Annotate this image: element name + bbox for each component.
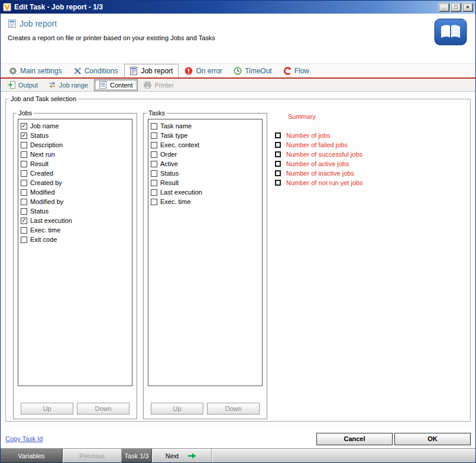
jobs-list-item[interactable]: Modified: [20, 187, 131, 197]
tab-job-report[interactable]: Job report: [124, 64, 179, 77]
page-title: Job report: [20, 19, 57, 28]
subtab-output[interactable]: Output: [3, 80, 42, 90]
jobs-list-item[interactable]: Created: [20, 169, 131, 178]
item-checkbox[interactable]: [21, 218, 27, 224]
jobs-list-item[interactable]: Job name: [20, 121, 131, 131]
item-checkbox[interactable]: [275, 170, 281, 176]
footer-buttons: Cancel OK: [316, 433, 471, 445]
jobs-list-item[interactable]: Status: [20, 206, 131, 216]
item-checkbox[interactable]: [151, 161, 157, 167]
clock-icon: [234, 67, 242, 75]
jobs-down-button[interactable]: Down: [77, 403, 129, 415]
item-checkbox[interactable]: [275, 161, 281, 167]
item-checkbox[interactable]: [21, 199, 27, 205]
minimize-button[interactable]: _: [439, 3, 449, 12]
jobs-list-item[interactable]: Next run: [20, 150, 131, 159]
tab-on-error[interactable]: On error: [180, 64, 228, 77]
item-checkbox[interactable]: [151, 180, 157, 186]
tasks-list-item[interactable]: Task name: [150, 121, 261, 131]
tasks-list[interactable]: Task name Task type Exec. context Order: [148, 119, 263, 386]
tab-timeout[interactable]: TimeOut: [229, 64, 277, 77]
cancel-button[interactable]: Cancel: [316, 433, 393, 445]
item-checkbox[interactable]: [275, 180, 281, 186]
item-checkbox[interactable]: [21, 151, 27, 158]
summary-item[interactable]: Number of inactive jobs: [275, 170, 429, 177]
item-checkbox[interactable]: [151, 199, 157, 205]
tasks-list-item[interactable]: Result: [150, 178, 261, 187]
tab-conditions[interactable]: Conditions: [69, 64, 124, 77]
tasks-list-item[interactable]: Last execution: [150, 187, 261, 197]
jobs-up-button[interactable]: Up: [21, 403, 73, 415]
jobs-list-item[interactable]: Modified by: [20, 197, 131, 206]
dialog-header: Job report Creates a report on file or p…: [1, 14, 475, 63]
jobs-list-item[interactable]: Status: [20, 131, 131, 140]
main-tab-bar: Main settings Conditions Job report On e…: [1, 63, 475, 79]
job-task-selection-title: Job and Task selection: [9, 95, 78, 102]
item-checkbox[interactable]: [21, 170, 27, 177]
item-checkbox[interactable]: [21, 227, 27, 234]
close-button[interactable]: ×: [462, 3, 473, 12]
item-checkbox[interactable]: [151, 142, 157, 148]
variables-button[interactable]: Variables: [1, 449, 63, 462]
item-checkbox[interactable]: [21, 123, 27, 129]
item-label: Number of successful jobs: [286, 151, 362, 158]
tab-label: Job report: [141, 67, 173, 75]
item-checkbox[interactable]: [21, 161, 27, 167]
output-icon: [7, 81, 15, 89]
tasks-group: Tasks Task name Task type Exec. context: [143, 109, 267, 419]
tasks-down-button[interactable]: Down: [207, 403, 260, 415]
next-button[interactable]: Next: [152, 449, 212, 462]
item-checkbox[interactable]: [21, 132, 27, 139]
item-checkbox[interactable]: [151, 123, 157, 129]
jobs-list-item[interactable]: Last execution: [20, 216, 131, 225]
summary-item[interactable]: Number of not run yet jobs: [275, 179, 429, 186]
tasks-list-item[interactable]: Active: [150, 159, 261, 169]
item-label: Number of failed jobs: [286, 141, 348, 148]
maximize-button[interactable]: □: [451, 3, 461, 12]
tasks-up-button[interactable]: Up: [151, 403, 203, 415]
item-checkbox[interactable]: [21, 189, 27, 196]
summary-item[interactable]: Number of active jobs: [275, 160, 429, 167]
item-checkbox[interactable]: [151, 189, 157, 196]
item-checkbox[interactable]: [151, 151, 157, 158]
jobs-list-item[interactable]: Description: [20, 140, 131, 150]
item-checkbox[interactable]: [275, 142, 281, 148]
item-checkbox[interactable]: [275, 132, 281, 138]
dialog-footer: Copy Task Id Cancel OK: [1, 429, 475, 448]
subtab-content[interactable]: Content: [94, 79, 138, 91]
content-area: Job and Task selection Jobs Job name Sta…: [1, 92, 475, 429]
summary-item[interactable]: Number of jobs: [275, 132, 429, 139]
tab-flow[interactable]: Flow: [279, 64, 315, 77]
item-checkbox[interactable]: [275, 151, 281, 157]
jobs-list-item[interactable]: Result: [20, 159, 131, 169]
item-label: Number of active jobs: [286, 160, 349, 167]
item-label: Job name: [30, 122, 59, 129]
item-checkbox[interactable]: [21, 237, 27, 243]
tasks-list-item[interactable]: Exec. context: [150, 140, 261, 150]
item-checkbox[interactable]: [21, 208, 27, 215]
jobs-list-item[interactable]: Created by: [20, 178, 131, 187]
tasks-list-item[interactable]: Task type: [150, 131, 261, 140]
jobs-list[interactable]: Job name Status Description Next run: [18, 119, 132, 386]
item-label: Result: [160, 179, 179, 186]
ok-button[interactable]: OK: [394, 433, 471, 445]
item-checkbox[interactable]: [21, 180, 27, 186]
tasks-list-item[interactable]: Exec. time: [150, 197, 261, 206]
jobs-list-item[interactable]: Exec. time: [20, 225, 131, 235]
tab-label: Conditions: [85, 67, 118, 75]
summary-item[interactable]: Number of successful jobs: [275, 151, 429, 158]
item-checkbox[interactable]: [151, 132, 157, 139]
tasks-list-item[interactable]: Status: [150, 169, 261, 178]
tasks-list-item[interactable]: Order: [150, 150, 261, 159]
item-checkbox[interactable]: [21, 142, 27, 148]
title-bar[interactable]: Edit Task - Job report - 1/3 _ □ ×: [1, 1, 475, 14]
tab-main-settings[interactable]: Main settings: [4, 64, 67, 77]
jobs-list-item[interactable]: Exit code: [20, 235, 131, 244]
subtab-job-range[interactable]: Job range: [44, 80, 92, 90]
item-checkbox[interactable]: [151, 170, 157, 177]
edit-task-dialog: Edit Task - Job report - 1/3 _ □ × Job r…: [0, 0, 476, 463]
summary-item[interactable]: Number of failed jobs: [275, 141, 429, 148]
copy-task-id-link[interactable]: Copy Task Id: [5, 435, 43, 442]
sub-tab-bar: Output Job range Content Printer: [1, 79, 475, 92]
app-icon: [3, 3, 11, 11]
